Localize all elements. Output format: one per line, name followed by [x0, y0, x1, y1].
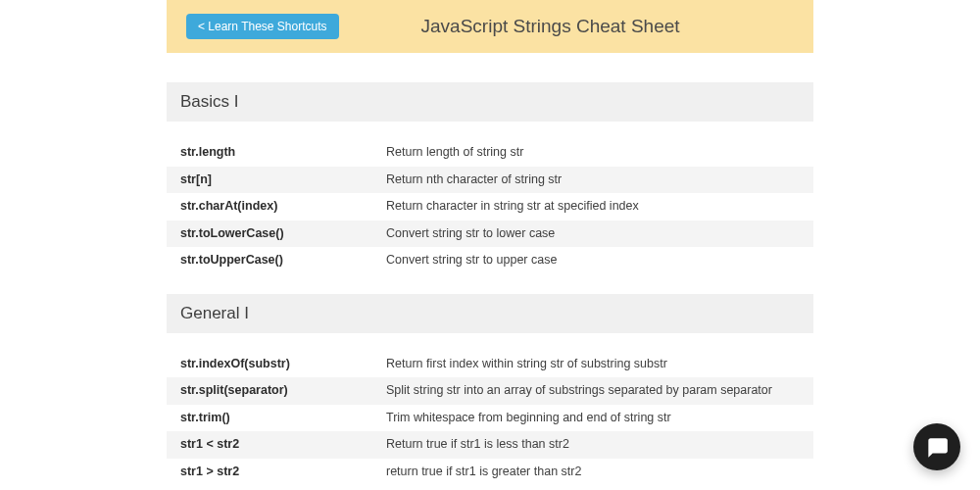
learn-shortcuts-button[interactable]: < Learn These Shortcuts — [186, 14, 339, 39]
table-row: str1 < str2 Return true if str1 is less … — [167, 431, 813, 459]
shortcut-key: str.charAt(index) — [167, 193, 372, 220]
shortcut-desc: Convert string str to lower case — [372, 220, 813, 248]
shortcut-key: str.toLowerCase() — [167, 220, 372, 248]
shortcut-desc: return true if str1 is greater than str2 — [372, 459, 813, 486]
table-row: str.toLowerCase() Convert string str to … — [167, 220, 813, 248]
page-title: JavaScript Strings Cheat Sheet — [378, 16, 794, 37]
shortcut-key: str.indexOf(substr) — [167, 351, 372, 378]
shortcut-desc: Return character in string str at specif… — [372, 193, 813, 220]
header-banner: < Learn These Shortcuts JavaScript Strin… — [167, 0, 813, 53]
page-container: < Learn These Shortcuts JavaScript Strin… — [167, 0, 813, 490]
shortcut-desc: Split string str into an array of substr… — [372, 377, 813, 405]
shortcut-desc: Return true if str1 is less than str2 — [372, 431, 813, 459]
shortcut-desc: Return nth character of string str — [372, 167, 813, 194]
table-row: str.length Return length of string str — [167, 139, 813, 167]
table-row: str[n] Return nth character of string st… — [167, 167, 813, 194]
shortcut-key: str.split(separator) — [167, 377, 372, 405]
section-header-general: General I — [167, 294, 813, 333]
shortcut-key: str.trim() — [167, 405, 372, 432]
table-general: str.indexOf(substr) Return first index w… — [167, 351, 813, 486]
section-header-basics: Basics I — [167, 82, 813, 122]
shortcut-key: str1 < str2 — [167, 431, 372, 459]
table-row: str1 > str2 return true if str1 is great… — [167, 459, 813, 486]
table-basics: str.length Return length of string str s… — [167, 139, 813, 274]
shortcut-desc: Return first index within string str of … — [372, 351, 813, 378]
table-row: str.indexOf(substr) Return first index w… — [167, 351, 813, 378]
shortcut-key: str[n] — [167, 167, 372, 194]
shortcut-key: str.toUpperCase() — [167, 247, 372, 274]
table-row: str.toUpperCase() Convert string str to … — [167, 247, 813, 274]
table-row: str.charAt(index) Return character in st… — [167, 193, 813, 220]
table-row: str.split(separator) Split string str in… — [167, 377, 813, 405]
shortcut-desc: Trim whitespace from beginning and end o… — [372, 405, 813, 432]
shortcut-key: str.length — [167, 139, 372, 167]
shortcut-key: str1 > str2 — [167, 459, 372, 486]
shortcut-desc: Convert string str to upper case — [372, 247, 813, 274]
chat-bubble-icon — [924, 434, 950, 460]
shortcut-desc: Return length of string str — [372, 139, 813, 167]
table-row: str.trim() Trim whitespace from beginnin… — [167, 405, 813, 432]
chat-widget-button[interactable] — [913, 423, 960, 470]
